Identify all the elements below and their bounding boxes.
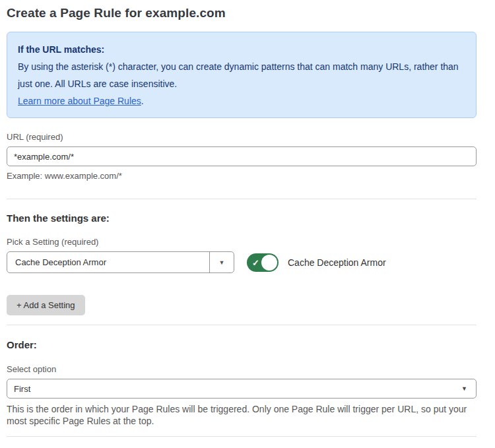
order-section-heading: Order: [7,339,477,350]
divider [7,199,477,199]
url-example-helper: Example: www.example.com/* [7,171,477,181]
divider [7,325,477,325]
order-select-label: Select option [7,364,477,374]
url-field-label: URL (required) [7,132,477,142]
check-icon: ✓ [252,258,259,267]
chevron-down-icon: ▼ [461,385,467,392]
settings-section-heading: Then the settings are: [7,212,477,224]
setting-picker-value: Cache Deception Armor [7,252,209,272]
order-select-value: First [14,384,30,394]
setting-picker-dropdown[interactable]: Cache Deception Armor ▼ [7,251,234,273]
info-box-heading: If the URL matches: [18,41,465,58]
learn-more-link[interactable]: Learn more about Page Rules [18,96,141,106]
info-box-link-line: Learn more about Page Rules. [18,92,465,110]
divider [7,436,477,437]
pick-setting-label: Pick a Setting (required) [7,237,477,247]
chevron-down-icon[interactable]: ▼ [209,252,234,272]
cache-deception-armor-toggle[interactable]: ✓ [247,253,279,272]
add-setting-button[interactable]: + Add a Setting [7,295,85,315]
link-suffix: . [141,96,144,106]
page-rule-form: Create a Page Rule for example.com If th… [0,0,495,448]
toggle-knob [261,255,277,271]
page-title: Create a Page Rule for example.com [7,6,477,20]
url-input[interactable] [7,146,477,166]
setting-row: Cache Deception Armor ▼ ✓ Cache Deceptio… [7,251,477,273]
toggle-wrap: ✓ Cache Deception Armor [247,253,386,272]
info-box-body: By using the asterisk (*) character, you… [18,58,465,92]
toggle-label: Cache Deception Armor [288,257,386,268]
order-helper-text: This is the order in which your Page Rul… [7,403,477,427]
order-select-dropdown[interactable]: First ▼ [7,379,477,399]
url-match-info-box: If the URL matches: By using the asteris… [7,32,477,118]
